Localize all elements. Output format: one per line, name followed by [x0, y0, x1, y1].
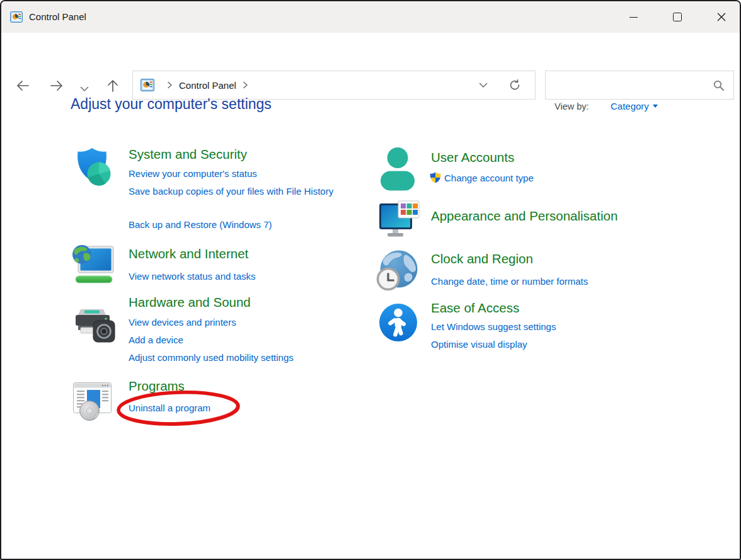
- navigation-bar: Control Panel: [1, 33, 740, 74]
- maximize-button[interactable]: [662, 1, 693, 33]
- link-change-account-type[interactable]: Change account type: [444, 173, 534, 183]
- dropdown-triangle-icon: [653, 105, 658, 108]
- link-row-change-account-type: Change account type: [430, 172, 534, 183]
- category-ease-of-access[interactable]: Ease of Access: [431, 300, 519, 316]
- refresh-button[interactable]: [508, 79, 521, 94]
- view-by-value: Category: [611, 101, 649, 111]
- view-by-dropdown[interactable]: Category: [611, 101, 658, 111]
- breadcrumb-root[interactable]: Control Panel: [179, 80, 236, 91]
- search-icon[interactable]: [713, 79, 725, 94]
- minimize-button[interactable]: [618, 1, 649, 33]
- control-panel-window: Control Panel: [0, 0, 741, 560]
- back-button[interactable]: [14, 77, 31, 94]
- uac-shield-icon: [430, 172, 441, 183]
- link-view-network-status[interactable]: View network status and tasks: [129, 268, 256, 285]
- search-box[interactable]: [545, 71, 734, 100]
- breadcrumb-chevron-icon[interactable]: [167, 81, 173, 89]
- link-optimise-visual-display[interactable]: Optimise visual display: [431, 336, 527, 353]
- link-file-history-backup[interactable]: Save backup copies of your files with Fi…: [129, 183, 340, 200]
- category-user-accounts[interactable]: User Accounts: [431, 150, 514, 165]
- up-button[interactable]: [105, 77, 121, 94]
- link-change-date-time-formats[interactable]: Change date, time or number formats: [431, 273, 588, 290]
- back-arrow-icon: [15, 78, 30, 93]
- user-accounts-person-icon[interactable]: [378, 147, 417, 191]
- maximize-icon: [673, 13, 682, 21]
- chevron-down-icon: [79, 84, 89, 94]
- link-adjust-mobility-settings[interactable]: Adjust commonly used mobility settings: [129, 349, 294, 367]
- link-view-devices-printers[interactable]: View devices and printers: [129, 314, 236, 331]
- refresh-icon: [508, 79, 521, 91]
- ease-of-access-icon[interactable]: [378, 302, 418, 343]
- chevron-down-icon: [478, 80, 488, 90]
- category-clock-and-region[interactable]: Clock and Region: [431, 251, 533, 266]
- link-backup-restore-windows7[interactable]: Back up and Restore (Windows 7): [129, 216, 272, 234]
- category-system-and-security[interactable]: System and Security: [129, 147, 247, 162]
- category-hardware-and-sound[interactable]: Hardware and Sound: [129, 295, 251, 310]
- control-panel-app-icon: [10, 11, 23, 23]
- control-panel-icon: [141, 78, 154, 92]
- category-network-and-internet[interactable]: Network and Internet: [129, 246, 248, 261]
- view-by-label: View by:: [554, 101, 589, 111]
- network-internet-icon[interactable]: [69, 244, 117, 286]
- link-add-a-device[interactable]: Add a device: [129, 331, 183, 349]
- breadcrumb-chevron-icon[interactable]: [243, 81, 248, 89]
- link-uninstall-a-program[interactable]: Uninstall a program: [129, 399, 210, 417]
- up-arrow-icon: [105, 78, 120, 93]
- link-let-windows-suggest-settings[interactable]: Let Windows suggest settings: [431, 318, 556, 336]
- close-button[interactable]: [706, 1, 737, 33]
- programs-icon[interactable]: [72, 381, 116, 421]
- category-programs[interactable]: Programs: [129, 379, 185, 394]
- page-title: Adjust your computer's settings: [71, 96, 272, 113]
- recent-locations-button[interactable]: [76, 81, 93, 97]
- title-bar: Control Panel: [1, 1, 740, 33]
- address-dropdown-button[interactable]: [478, 80, 488, 93]
- system-security-shield-icon[interactable]: [72, 146, 115, 190]
- clock-region-globe-icon[interactable]: [376, 249, 420, 294]
- forward-arrow-icon: [49, 78, 64, 93]
- search-input[interactable]: [553, 75, 707, 96]
- hardware-sound-printer-icon[interactable]: [71, 302, 117, 343]
- window-title: Control Panel: [29, 11, 86, 22]
- close-icon: [716, 12, 727, 22]
- appearance-personalisation-icon[interactable]: [378, 200, 420, 241]
- forward-button[interactable]: [49, 77, 65, 94]
- minimize-icon: [629, 17, 638, 18]
- category-appearance-personalisation[interactable]: Appearance and Personalisation: [431, 209, 618, 224]
- link-review-computer-status[interactable]: Review your computer's status: [129, 165, 257, 183]
